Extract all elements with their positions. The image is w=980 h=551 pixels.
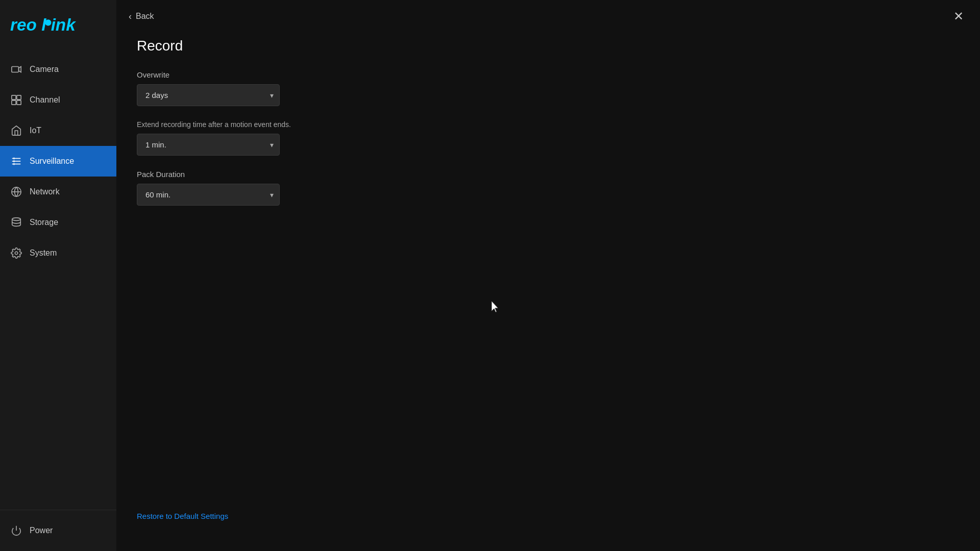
sidebar-item-system-label: System bbox=[30, 248, 57, 258]
overwrite-select-wrapper: 1 day 2 days 3 days 7 days 30 days ▾ bbox=[137, 84, 280, 106]
page-title: Record bbox=[137, 38, 960, 54]
extend-select-wrapper: 30 sec. 1 min. 2 min. 5 min. 10 min. ▾ bbox=[137, 134, 280, 156]
close-button[interactable]: ✕ bbox=[949, 7, 968, 26]
iot-icon bbox=[10, 124, 22, 137]
svg-point-18 bbox=[15, 252, 18, 255]
close-icon: ✕ bbox=[953, 9, 964, 23]
back-button[interactable]: ‹ Back bbox=[129, 11, 154, 22]
header-bar: ‹ Back ✕ bbox=[116, 0, 980, 33]
extend-recording-section: Extend recording time after a motion eve… bbox=[137, 120, 960, 156]
power-button[interactable]: Power bbox=[10, 520, 106, 541]
sidebar-item-network[interactable]: Network bbox=[0, 177, 116, 207]
svg-rect-6 bbox=[17, 95, 21, 99]
svg-rect-7 bbox=[12, 101, 16, 105]
power-icon bbox=[10, 524, 22, 537]
svg-text:l: l bbox=[41, 15, 46, 34]
power-label: Power bbox=[30, 526, 53, 535]
sidebar-item-surveillance[interactable]: Surveillance bbox=[0, 146, 116, 177]
pack-duration-label: Pack Duration bbox=[137, 170, 960, 179]
overwrite-select[interactable]: 1 day 2 days 3 days 7 days 30 days bbox=[137, 84, 280, 106]
sidebar-item-camera[interactable]: Camera bbox=[0, 54, 116, 85]
restore-defaults-label: Restore to Default Settings bbox=[137, 512, 228, 520]
sidebar-navigation: Camera Channel IoT bbox=[0, 54, 116, 510]
back-arrow-icon: ‹ bbox=[129, 11, 132, 22]
network-icon bbox=[10, 186, 22, 198]
pack-duration-section: Pack Duration 15 min. 30 min. 60 min. ▾ bbox=[137, 170, 960, 206]
svg-text:reo: reo bbox=[10, 15, 37, 34]
extend-recording-select[interactable]: 30 sec. 1 min. 2 min. 5 min. 10 min. bbox=[137, 134, 280, 156]
pack-duration-select[interactable]: 15 min. 30 min. 60 min. bbox=[137, 184, 280, 206]
sidebar-item-iot-label: IoT bbox=[30, 126, 41, 135]
page-body: Record Overwrite 1 day 2 days 3 days 7 d… bbox=[116, 33, 980, 240]
svg-rect-5 bbox=[12, 95, 16, 99]
sidebar-item-channel-label: Channel bbox=[30, 95, 60, 105]
back-label: Back bbox=[136, 12, 154, 21]
svg-rect-8 bbox=[17, 101, 21, 105]
surveillance-icon bbox=[10, 155, 22, 167]
camera-icon bbox=[10, 63, 22, 76]
system-icon bbox=[10, 247, 22, 259]
svg-point-17 bbox=[12, 218, 21, 221]
main-content: ‹ Back ✕ Record Overwrite 1 day 2 days 3… bbox=[116, 0, 980, 551]
channel-icon bbox=[10, 94, 22, 106]
sidebar-item-system[interactable]: System bbox=[0, 238, 116, 268]
extend-recording-label: Extend recording time after a motion eve… bbox=[137, 120, 960, 129]
sidebar-item-iot[interactable]: IoT bbox=[0, 115, 116, 146]
storage-icon bbox=[10, 216, 22, 229]
sidebar-bottom: Power bbox=[0, 510, 116, 551]
restore-defaults-link[interactable]: Restore to Default Settings bbox=[137, 512, 228, 520]
pack-duration-select-wrapper: 15 min. 30 min. 60 min. ▾ bbox=[137, 184, 280, 206]
sidebar-item-storage-label: Storage bbox=[30, 218, 58, 227]
logo-area: reo l ink bbox=[0, 0, 116, 54]
sidebar-item-surveillance-label: Surveillance bbox=[30, 157, 74, 166]
mouse-cursor bbox=[492, 301, 501, 313]
sidebar-item-network-label: Network bbox=[30, 187, 60, 196]
overwrite-label: Overwrite bbox=[137, 70, 960, 79]
overwrite-section: Overwrite 1 day 2 days 3 days 7 days 30 … bbox=[137, 70, 960, 106]
svg-point-2 bbox=[45, 19, 51, 26]
sidebar-item-storage[interactable]: Storage bbox=[0, 207, 116, 238]
sidebar: reo l ink Camera bbox=[0, 0, 116, 551]
reolink-logo: reo l ink bbox=[10, 11, 82, 37]
sidebar-item-camera-label: Camera bbox=[30, 65, 59, 74]
svg-rect-4 bbox=[12, 67, 19, 72]
sidebar-item-channel[interactable]: Channel bbox=[0, 85, 116, 115]
svg-text:ink: ink bbox=[51, 15, 77, 34]
